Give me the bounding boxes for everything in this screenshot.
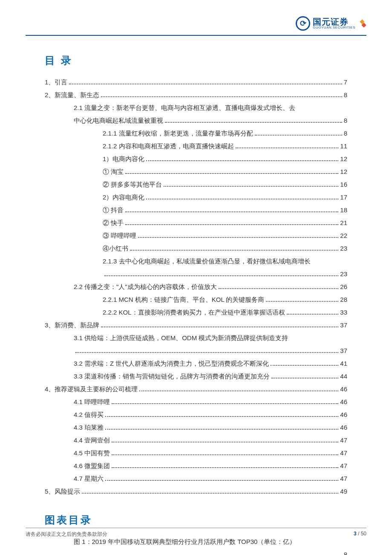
logo-mark-icon: ⟳ xyxy=(296,16,310,31)
toc-leader-dots xyxy=(146,160,338,161)
toc-entry: 37 xyxy=(45,344,347,357)
toc-entry: 4.3 珀莱雅46 xyxy=(45,421,347,434)
toc-heading: 目录 xyxy=(45,54,347,67)
page-content: 目录 1、引言72、新流量、新生态82.1 流量之变：新老平台更替、电商与内容相… xyxy=(0,36,392,555)
figures-heading: 图表目录 xyxy=(45,513,347,527)
page-current: 3 xyxy=(354,531,357,537)
toc-leader-dots xyxy=(219,288,339,289)
toc-entry: 3.3 渠道和传播：销售与营销短链化，品牌方与消费者的沟通更加充分44 xyxy=(45,370,347,383)
company-logo: ⟳ 国元证券 GUOYUAN SECURITIES xyxy=(296,16,366,31)
toc-entry: ④小红书23 xyxy=(45,242,347,255)
toc-leader-dots xyxy=(271,378,338,379)
toc-entry-page: 22 xyxy=(340,229,347,242)
toc-leader-dots xyxy=(271,365,338,366)
toc-entry-page: 46 xyxy=(340,421,347,434)
toc-leader-dots xyxy=(101,96,342,97)
toc-entry: 2、新流量、新生态8 xyxy=(45,89,347,101)
logo-decoration-icon xyxy=(358,19,366,28)
toc-leader-dots xyxy=(82,493,338,494)
toc-entry-page: 41 xyxy=(340,357,347,370)
toc-entry-text: 4.7 星期六 xyxy=(74,472,104,485)
footer-divider xyxy=(26,528,366,528)
toc-entry: 5、风险提示49 xyxy=(45,485,347,498)
toc-entry-page: 18 xyxy=(340,204,347,217)
toc-entry: 4.2 值得买46 xyxy=(45,408,347,421)
toc-entry-text: ② 快手 xyxy=(103,217,124,229)
toc-leader-dots xyxy=(236,147,339,148)
toc-entry: 4.6 微盟集团47 xyxy=(45,460,347,472)
toc-entry-page: 12 xyxy=(340,153,347,165)
logo-name-cn: 国元证券 xyxy=(313,17,355,26)
toc-entry-text: ④小红书 xyxy=(103,242,128,255)
toc-entry-page: 8 xyxy=(344,114,347,127)
toc-entry-page: 16 xyxy=(340,178,347,191)
toc-leader-dots xyxy=(287,314,339,315)
logo-name-en: GUOYUAN SECURITIES xyxy=(313,26,355,29)
toc-entry: 4、推荐逻辑及主要标的公司梳理46 xyxy=(45,383,347,396)
toc-entry-page: 47 xyxy=(340,447,347,460)
toc-entry: 2.2.1 MCN 机构：链接广告商、平台、KOL 的关键服务商28 xyxy=(45,293,347,306)
toc-entry-page: 28 xyxy=(340,293,347,306)
toc-entry-page: 23 xyxy=(340,268,347,280)
footer-disclaimer: 请务必阅读正文之后的免责条款部分 xyxy=(26,531,107,538)
toc-leader-dots xyxy=(112,442,338,442)
toc-entry-page: 21 xyxy=(340,217,347,229)
toc-entry-page: 44 xyxy=(340,370,347,383)
toc-entry: 4.7 星期六47 xyxy=(45,472,347,485)
toc-leader-dots xyxy=(125,211,338,212)
toc-entry-text: 1）电商内容化 xyxy=(103,153,144,165)
toc-leader-dots xyxy=(130,250,338,251)
toc-leader-dots xyxy=(105,480,338,481)
toc-entry-page: 47 xyxy=(340,434,347,447)
figures-list: 图 1：2019 年中国移动互联网典型细分行业月活跃用户数 TOP30（单位：亿… xyxy=(45,535,347,555)
toc-entry: ② 快手21 xyxy=(45,217,347,229)
toc-entry-text: 4.5 中国有赞 xyxy=(74,447,110,460)
toc-entry: 2.1 流量之变：新老平台更替、电商与内容相互渗透、直播电商爆发式增长、去 xyxy=(45,101,347,114)
toc-leader-dots xyxy=(139,390,338,391)
toc-entry-text: 3.3 渠道和传播：销售与营销短链化，品牌方与消费者的沟通更加充分 xyxy=(74,370,270,383)
toc-list: 1、引言72、新流量、新生态82.1 流量之变：新老平台更替、电商与内容相互渗透… xyxy=(45,76,347,498)
toc-entry-text: 2、新流量、新生态 xyxy=(45,89,99,101)
toc-entry-text: ① 抖音 xyxy=(103,204,124,217)
toc-entry: 2.2.2 KOL：直接影响消费者购买力，在产业链中逐渐掌握话语权33 xyxy=(45,306,347,319)
toc-entry: 3、新消费、新品牌37 xyxy=(45,319,347,332)
toc-leader-dots xyxy=(266,301,338,302)
toc-entry-text: 2.1.1 流量红利收缩，新老更迭，流量存量市场再分配 xyxy=(103,127,253,140)
toc-entry-text: 2.2.1 MCN 机构：链接广告商、平台、KOL 的关键服务商 xyxy=(103,293,264,306)
toc-leader-dots xyxy=(75,352,338,353)
toc-entry-page: 46 xyxy=(340,408,347,421)
toc-entry-page: 37 xyxy=(340,344,347,357)
toc-entry: ① 淘宝12 xyxy=(45,165,347,178)
toc-entry-page: 17 xyxy=(340,191,347,204)
toc-entry: 2.1.2 内容和电商相互渗透，电商直播快速崛起11 xyxy=(45,140,347,153)
toc-leader-dots xyxy=(125,173,338,174)
toc-leader-dots xyxy=(112,454,338,455)
toc-leader-dots xyxy=(146,199,338,199)
toc-entry: 2.2 传播之变："人"成为核心的内容载体，价值放大26 xyxy=(45,280,347,293)
toc-leader-dots xyxy=(105,429,338,430)
toc-leader-dots xyxy=(164,186,338,187)
toc-entry-page: 8 xyxy=(344,548,347,555)
toc-entry-page: 26 xyxy=(340,280,347,293)
toc-entry-page: 46 xyxy=(340,383,347,396)
toc-entry-page: 47 xyxy=(340,472,347,485)
toc-entry-text: 3、新消费、新品牌 xyxy=(45,319,99,332)
toc-entry: 中心化电商崛起私域流量被重视8 xyxy=(45,114,347,127)
toc-entry-page: 12 xyxy=(340,165,347,178)
toc-entry-page: 23 xyxy=(340,242,347,255)
toc-leader-dots xyxy=(255,135,342,136)
toc-entry: 23 xyxy=(45,268,347,280)
toc-entry-page: 7 xyxy=(344,76,347,89)
toc-entry-text: ③ 哔哩哔哩 xyxy=(103,229,136,242)
toc-entry: 2）内容电商化17 xyxy=(45,191,347,204)
toc-entry-text: 4.3 珀莱雅 xyxy=(74,421,104,434)
toc-entry: ① 抖音18 xyxy=(45,204,347,217)
toc-entry-text: ① 淘宝 xyxy=(103,165,124,178)
toc-entry: ③ 哔哩哔哩22 xyxy=(45,229,347,242)
toc-entry-page: 37 xyxy=(340,319,347,332)
toc-leader-dots xyxy=(165,122,342,123)
toc-entry-text: 中心化电商崛起私域流量被重视 xyxy=(74,114,163,127)
toc-entry-text: 4.4 壹网壹创 xyxy=(74,434,110,447)
toc-entry-text: 3.2 需求端：Z 世代人群逐渐成为消费主力，悦己型消费观念不断深化 xyxy=(74,357,269,370)
toc-leader-dots xyxy=(101,327,338,327)
